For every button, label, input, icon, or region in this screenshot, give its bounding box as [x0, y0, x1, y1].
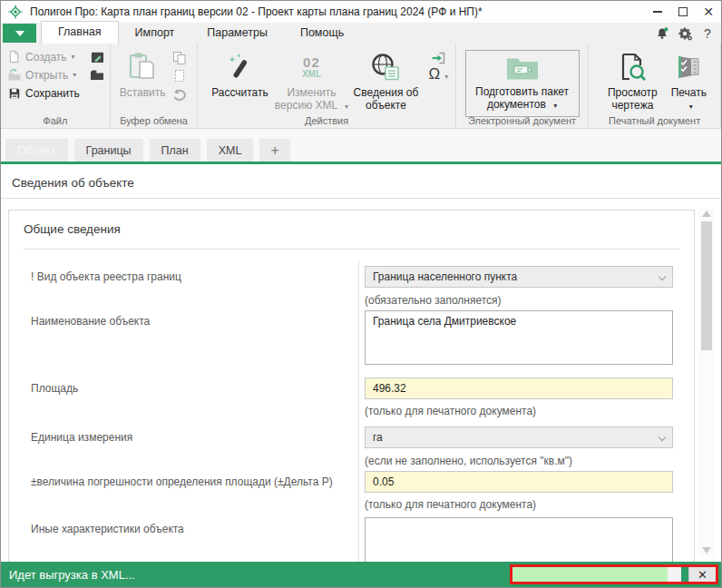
page-divider: [1, 198, 721, 199]
doc-tab-object[interactable]: Объект: [5, 139, 68, 162]
open-folder-icon: [6, 68, 22, 83]
new-document-icon: [6, 50, 22, 64]
print-dropdown-icon: ▾: [689, 103, 693, 111]
print-label: Печать▾: [671, 86, 707, 113]
open-dropdown-icon[interactable]: ▾: [73, 71, 76, 79]
delta-p-hint: (только для печатного документа): [365, 498, 536, 511]
area-field: [365, 377, 673, 399]
content-area: Сведения об объекте Общие сведения ! Вид…: [1, 164, 721, 562]
globe-list-icon: [371, 50, 400, 84]
paste-clipboard-icon: [128, 50, 157, 84]
doc-tab-granitsy[interactable]: Границы: [74, 139, 143, 162]
other-characteristics-label: Иные характеристики объекта: [31, 523, 184, 535]
ribbon-group-file: Создать ▾ Открыть ▾ Сохр: [1, 44, 111, 128]
object-name-field: Граница села Дмитриевское: [365, 310, 673, 368]
magic-wand-icon: [226, 50, 253, 84]
close-icon: ✕: [703, 5, 714, 19]
ribbon: Создать ▾ Открыть ▾ Сохр: [1, 44, 721, 129]
scroll-down-icon[interactable]: [702, 547, 711, 554]
vertical-scrollbar[interactable]: [698, 208, 715, 556]
tab-glavnaya[interactable]: Главная: [41, 21, 119, 44]
delta-p-field: [365, 471, 673, 493]
chevron-down-icon: [659, 434, 666, 441]
print-button[interactable]: Печать▾: [665, 48, 712, 113]
add-tab-button[interactable]: +: [259, 139, 289, 162]
change-xml-version-button[interactable]: 02 XML Изменить версию XML ▾: [274, 48, 348, 113]
create-button[interactable]: Создать: [25, 51, 67, 64]
document-tabs: Объект Границы План XML +: [1, 129, 721, 164]
app-menu-button[interactable]: [3, 24, 36, 43]
object-name-label: Наименование объекта: [31, 315, 150, 328]
import-arrow-icon-button[interactable]: [430, 50, 446, 66]
ribbon-group-edocument: Подготовить пакет документов ▾ Электронн…: [456, 44, 590, 128]
window-title: Полигон Про: Карта план границ версии 02…: [30, 5, 483, 18]
maximize-icon: [678, 7, 688, 16]
scroll-up-icon[interactable]: [702, 211, 711, 217]
column-divider: [358, 260, 359, 562]
save-as-icon-button[interactable]: [90, 50, 105, 64]
scrollbar-thumb[interactable]: [701, 221, 712, 350]
save-row: Сохранить: [6, 84, 110, 102]
folder-icon-button[interactable]: [90, 68, 105, 83]
tab-pomoshch[interactable]: Помощь: [284, 23, 360, 44]
minimize-button[interactable]: [645, 2, 670, 22]
notifications-bell-icon[interactable]: [654, 25, 670, 42]
minimize-icon: [653, 11, 662, 13]
progress-fill: [512, 567, 668, 582]
object-kind-hint: (обязательно заполняется): [365, 294, 502, 307]
create-dropdown-icon[interactable]: ▾: [72, 53, 75, 61]
prepare-package-button[interactable]: Подготовить пакет документов ▾: [465, 50, 580, 117]
unit-value: га: [373, 431, 383, 444]
doc-tab-plan[interactable]: План: [150, 139, 200, 162]
status-bar: Идет выгрузка в XML... ✕: [1, 562, 721, 587]
progress-bar: [512, 567, 688, 582]
other-characteristics-textarea[interactable]: [365, 517, 673, 562]
cancel-export-button[interactable]: ✕: [688, 567, 716, 582]
document-magnifier-icon: [619, 50, 646, 84]
paste-button[interactable]: Вставить: [120, 48, 166, 103]
group-label-printdoc: Печатный документ: [589, 115, 720, 126]
object-kind-select[interactable]: Граница населенного пункта: [365, 266, 673, 288]
create-row: Создать ▾: [6, 48, 110, 65]
unit-label: Единица измерения: [31, 431, 132, 444]
open-button[interactable]: Открыть: [25, 69, 68, 82]
omega-symbol-button[interactable]: Ω▾: [428, 66, 448, 83]
group-label-edocument: Электронный документ: [456, 115, 589, 126]
object-info-button[interactable]: Сведения об объекте: [348, 48, 423, 113]
app-logo-icon: [8, 5, 23, 19]
drawing-preview-label: Просмотр чертежа: [600, 86, 665, 113]
group-label-clipboard: Буфер обмена: [111, 115, 198, 126]
other-characteristics-field: [365, 517, 673, 562]
open-row: Открыть ▾: [6, 66, 110, 83]
calculate-button[interactable]: Рассчитать: [205, 48, 274, 113]
tab-import[interactable]: Импорт: [119, 23, 191, 44]
object-kind-value: Граница населенного пункта: [373, 270, 517, 283]
save-button[interactable]: Сохранить: [25, 87, 80, 100]
object-info-label: Сведения об объекте: [348, 86, 423, 113]
help-icon[interactable]: ?: [699, 25, 716, 42]
unit-hint: (если не заполнено, используется "кв.м"): [365, 455, 572, 467]
drawing-preview-button[interactable]: Просмотр чертежа: [600, 48, 665, 113]
delta-p-input[interactable]: [365, 471, 673, 493]
general-info-card: Общие сведения ! Вид объекта реестра гра…: [8, 210, 695, 562]
unit-select[interactable]: га: [365, 426, 673, 448]
menu-bar: Главная Импорт Параметры Помощь: [1, 23, 721, 44]
ribbon-group-clipboard: Вставить Буфер обмена: [111, 44, 199, 128]
app-window: Полигон Про: Карта план границ версии 02…: [0, 0, 722, 588]
menu-right-icons: ?: [654, 25, 716, 42]
copy-icon-button[interactable]: [171, 50, 188, 66]
doc-tab-xml[interactable]: XML: [207, 139, 254, 162]
close-button[interactable]: ✕: [696, 2, 721, 22]
omega-icon: Ω: [428, 65, 440, 83]
paste-special-icon-button[interactable]: [171, 68, 188, 84]
prepare-package-label: Подготовить пакет документов ▾: [466, 85, 579, 112]
object-name-textarea[interactable]: Граница села Дмитриевское: [365, 310, 673, 365]
area-input[interactable]: [365, 377, 673, 399]
tab-parametry[interactable]: Параметры: [190, 23, 284, 44]
maximize-button[interactable]: [670, 2, 696, 22]
undo-icon-button[interactable]: [171, 86, 188, 103]
chevron-down-icon: [659, 273, 666, 280]
settings-gear-icon[interactable]: [677, 25, 693, 42]
window-controls: ✕: [645, 2, 721, 22]
print-icon: [676, 50, 701, 84]
